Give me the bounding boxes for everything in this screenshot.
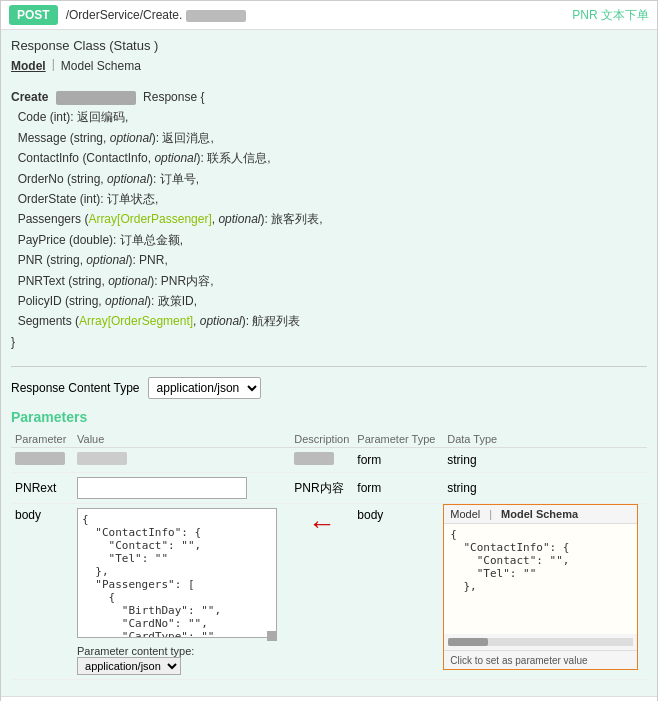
field-passengers: Passengers (Array[OrderPassenger], optio… [18,212,323,226]
response-class-title: Response Class (Status ) [11,38,647,53]
param-type-pnrtext: form [353,473,443,504]
data-type-pnrtext: string [443,473,647,504]
response-class-box: Create Response { Code (int): 返回编码, Mess… [11,83,647,356]
body-label: body [11,504,73,680]
body-code-editor-wrap: { "ContactInfo": { "Contact": "", "Tel":… [77,508,277,641]
col-data-type: Data Type [443,431,647,448]
pnr-label: PNR 文本下单 [572,7,649,24]
schema-scrollbar-h[interactable] [448,638,633,646]
param-name-pnrtext: PNRext [11,473,73,504]
model-tabs: Model | Model Schema [11,57,647,75]
body-code-editor[interactable]: { "ContactInfo": { "Contact": "", "Tel":… [77,508,277,638]
model-schema-box: Model | Model Schema { "ContactInfo": { … [443,504,638,670]
path-blur [186,10,246,22]
data-type-1: string [443,448,647,473]
model-schema-cell: Model | Model Schema { "ContactInfo": { … [443,504,647,680]
field-message: Message (string, optional): 返回消息, [18,131,214,145]
field-orderstate: OrderState (int): 订单状态, [18,192,159,206]
schema-scrollbar-thumb [448,638,488,646]
table-row: form string [11,448,647,473]
header-bar: POST /OrderService/Create. PNR 文本下单 [1,1,657,30]
main-content: Response Class (Status ) Model | Model S… [1,30,657,696]
param-name-blur-1 [15,452,65,465]
click-to-set-label[interactable]: Click to set as parameter value [450,655,587,666]
field-pnrtext: PNRText (string, optional): PNR内容, [18,274,214,288]
table-row: PNRext PNR内容 form string [11,473,647,504]
body-param-type: body [353,504,443,680]
params-section-title: Parameters [11,409,647,425]
field-code: Code (int): 返回编码, [18,110,129,124]
tab-model[interactable]: Model [11,57,46,75]
editor-resize-handle[interactable] [267,631,277,641]
create-blur [56,91,136,105]
param-content-type-label: Parameter content type: [77,645,194,657]
content-type-select[interactable]: application/json text/xml [148,377,261,399]
divider-1 [11,366,647,367]
param-content-type: Parameter content type: application/json [77,645,286,675]
schema-tab-sep: | [489,508,492,520]
field-pnr: PNR (string, optional): PNR, [18,253,168,267]
response-text: Response { [143,90,204,104]
col-param-type: Parameter Type [353,431,443,448]
param-content-type-select[interactable]: application/json [77,657,181,675]
arrow-cell: ← [290,504,353,680]
field-policyid: PolicyID (string, optional): 政策ID, [18,294,197,308]
schema-tab-model[interactable]: Model [450,508,480,520]
model-schema-footer: Click to set as parameter value [444,650,637,669]
content-type-label: Response Content Type [11,381,140,395]
tab-model-schema[interactable]: Model Schema [61,57,141,75]
field-segments: Segments (Array[OrderSegment], optional)… [18,314,301,328]
param-desc-pnrtext: PNR内容 [290,473,353,504]
content-type-row: Response Content Type application/json t… [11,377,647,399]
tab-separator: | [52,57,55,75]
create-label: Create [11,90,48,104]
body-row: body { "ContactInfo": { "Contact": "", "… [11,504,647,680]
schema-code: { "ContactInfo": { "Contact": "", "Tel":… [450,528,631,593]
footer-bar: Try it out! https://blog.csdn.net/Dinosa… [1,696,657,701]
param-value-blur-1 [77,452,127,465]
col-value: Value [73,431,290,448]
schema-scrollbar-row [444,634,637,650]
field-contactinfo: ContactInfo (ContactInfo, optional): 联系人… [18,151,271,165]
http-method-badge: POST [9,5,58,25]
params-table: Parameter Value Description Parameter Ty… [11,431,647,680]
model-schema-content: { "ContactInfo": { "Contact": "", "Tel":… [444,524,637,634]
param-type-1: form [353,448,443,473]
model-schema-header: Model | Model Schema [444,505,637,524]
endpoint-path: /OrderService/Create. [66,8,565,22]
close-brace: } [11,335,15,349]
schema-tab-model-schema[interactable]: Model Schema [501,508,578,520]
col-description: Description [290,431,353,448]
pnrtext-input[interactable] [77,477,247,499]
red-arrow-icon: ← [308,508,336,540]
field-payprice: PayPrice (double): 订单总金额, [18,233,183,247]
param-desc-blur-1 [294,452,334,465]
field-orderno: OrderNo (string, optional): 订单号, [18,172,199,186]
col-parameter: Parameter [11,431,73,448]
